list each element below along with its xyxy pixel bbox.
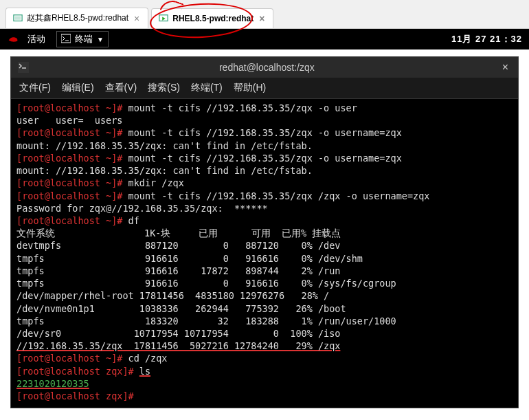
- prompt: [root@localhost ~]#: [16, 215, 128, 226]
- prompt: [root@localhost ~]#: [16, 353, 128, 364]
- terminal-app-indicator[interactable]: 终端 ▼: [56, 31, 109, 47]
- output: mount: //192.168.35.35/zqx: can't find i…: [16, 165, 313, 176]
- output: mount: //192.168.35.35/zqx: can't find i…: [16, 140, 313, 151]
- vm-tab-bar: 赵其鑫RHEL8.5-pwd:redhat × RHEL8.5-pwd:redh…: [0, 0, 529, 29]
- vm-icon: [13, 14, 23, 23]
- terminal-content[interactable]: [root@localhost ~]# mount -t cifs //192.…: [11, 99, 518, 408]
- svg-rect-1: [15, 16, 21, 19]
- df-row: tmpfs 916616 0 916616 0% /sys/fs/cgroup: [16, 278, 396, 289]
- menu-help[interactable]: 帮助(H): [234, 82, 266, 94]
- svg-marker-3: [163, 16, 166, 20]
- close-icon[interactable]: ×: [258, 13, 266, 24]
- activities-button[interactable]: 活动: [27, 33, 45, 45]
- command: mount -t cifs //192.168.35.35/zqx -o use…: [128, 153, 402, 164]
- vm-running-icon: [159, 14, 168, 23]
- vm-tab-inactive[interactable]: 赵其鑫RHEL8.5-pwd:redhat ×: [5, 8, 148, 28]
- command: mount -t cifs //192.168.35.35/zqx -o use…: [128, 102, 357, 113]
- df-row: tmpfs 916616 17872 898744 2% /run: [16, 265, 340, 276]
- menu-search[interactable]: 搜索(S): [148, 82, 180, 94]
- command: ls: [139, 366, 150, 377]
- output: user user= users: [16, 115, 122, 126]
- close-icon[interactable]: ×: [133, 13, 141, 24]
- command: cd /zqx: [128, 353, 168, 364]
- terminal-icon: [61, 34, 71, 45]
- terminal-icon: [18, 62, 29, 73]
- menu-edit[interactable]: 编辑(E): [62, 82, 94, 94]
- vm-tab-active[interactable]: RHEL8.5-pwd:redhat ×: [151, 8, 273, 28]
- svg-rect-4: [61, 34, 71, 43]
- df-row: /dev/sr0 10717954 10717954 0 100% /iso: [16, 328, 340, 339]
- menu-terminal[interactable]: 终端(T): [191, 82, 223, 94]
- menu-view[interactable]: 查看(V): [105, 82, 137, 94]
- command: df: [128, 215, 139, 226]
- terminal-label: 终端: [75, 33, 93, 45]
- prompt: [root@localhost ~]#: [16, 190, 128, 201]
- df-row: /dev/nvme0n1p1 1038336 262944 775392 26%…: [16, 303, 346, 314]
- df-row: devtmpfs 887120 0 887120 0% /dev: [16, 240, 340, 251]
- df-header: 文件系统 1K-块 已用 可用 已用% 挂载点: [16, 228, 341, 239]
- command: mount -t cifs //192.168.35.35/zqx /zqx -…: [128, 190, 430, 201]
- command: mount -t cifs //192.168.35.35/zqx -o use…: [128, 127, 402, 138]
- clock[interactable]: 11月 27 21：32: [451, 33, 522, 45]
- prompt: [root@localhost ~]#: [16, 153, 128, 164]
- close-icon[interactable]: ×: [499, 61, 511, 74]
- terminal-window: redhat@localhost:/zqx × 文件(F) 编辑(E) 查看(V…: [10, 56, 519, 408]
- df-row: tmpfs 916616 0 916616 0% /dev/shm: [16, 253, 363, 264]
- df-row: /dev/mapper/rhel-root 17811456 4835180 1…: [16, 290, 329, 301]
- gnome-top-bar: 活动 终端 ▼ 11月 27 21：32: [0, 29, 529, 49]
- prompt: [root@localhost zqx]#: [16, 366, 139, 377]
- menu-file[interactable]: 文件(F): [19, 82, 51, 94]
- prompt: [root@localhost zqx]#: [16, 390, 139, 401]
- terminal-titlebar[interactable]: redhat@localhost:/zqx ×: [11, 57, 518, 78]
- vm-tab-label: RHEL8.5-pwd:redhat: [172, 14, 254, 23]
- df-row-highlighted: //192.168.35.35/zqx 17811456 5027216 127…: [16, 340, 340, 351]
- ls-output: 2231020120335: [16, 378, 89, 389]
- prompt: [root@localhost ~]#: [16, 127, 128, 138]
- prompt: [root@localhost ~]#: [16, 102, 128, 113]
- command: mkdir /zqx: [128, 177, 184, 188]
- df-row: tmpfs 183320 32 183288 1% /run/user/1000: [16, 316, 396, 327]
- prompt: [root@localhost ~]#: [16, 177, 128, 188]
- vm-tab-label: 赵其鑫RHEL8.5-pwd:redhat: [27, 12, 128, 24]
- chevron-down-icon: ▼: [97, 36, 104, 43]
- redhat-logo-icon[interactable]: [7, 33, 19, 45]
- terminal-menubar: 文件(F) 编辑(E) 查看(V) 搜索(S) 终端(T) 帮助(H): [11, 78, 518, 99]
- terminal-title: redhat@localhost:/zqx: [34, 62, 499, 73]
- output: Password for zqx@//192.168.35.35/zqx: **…: [16, 203, 268, 214]
